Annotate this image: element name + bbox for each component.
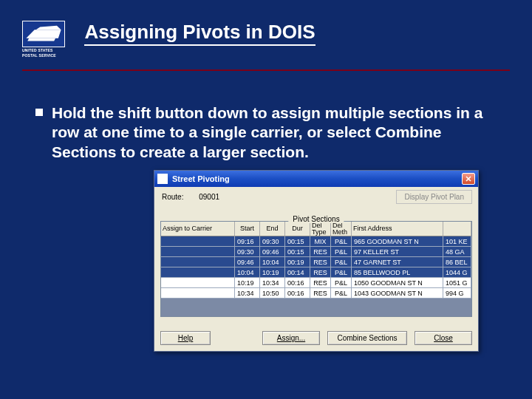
- cell-first-address: 47 GARNET ST: [352, 257, 443, 267]
- display-pivot-plan-button[interactable]: Display Pivot Plan: [396, 190, 472, 204]
- table-row[interactable]: 10:3410:5000:16RESP&L1043 GOODMAN ST N99…: [161, 288, 471, 299]
- cell-start: 09:30: [235, 247, 260, 257]
- cell-meth: P&L: [331, 278, 352, 288]
- cell-type: MIX: [310, 236, 331, 247]
- window-body: Route: 09001 Display Pivot Plan Pivot Se…: [154, 187, 478, 351]
- table-row[interactable]: 10:0410:1900:14RESP&L85 BELLWOOD PL1044 …: [161, 267, 471, 278]
- cell-type: RES: [310, 278, 331, 288]
- cell-start: 09:46: [235, 257, 260, 267]
- cell-end: 10:50: [260, 288, 285, 299]
- cell-meth: P&L: [331, 267, 352, 278]
- table-row[interactable]: 09:4610:0400:19RESP&L47 GARNET ST86 BEL: [161, 257, 471, 267]
- grid-header: Assign to Carrier Start End Dur Del Type…: [161, 222, 471, 236]
- cell-dur: 00:14: [285, 267, 310, 278]
- window-title: Street Pivoting: [172, 174, 462, 183]
- close-button-bottom[interactable]: Close: [415, 331, 472, 345]
- col-start[interactable]: Start: [235, 222, 260, 236]
- cell-type: RES: [310, 247, 331, 257]
- cell-last: 86 BEL: [443, 257, 471, 267]
- col-last[interactable]: [443, 222, 471, 236]
- cell-first-address: 1050 GOODMAN ST N: [352, 278, 443, 288]
- logo-subtitle-2: POSTAL SERVICE: [22, 54, 68, 58]
- assign-button[interactable]: Assign...: [262, 331, 320, 345]
- col-dur[interactable]: Dur: [285, 222, 310, 236]
- cell-assign: [161, 247, 235, 257]
- cell-meth: P&L: [331, 236, 352, 247]
- svg-marker-0: [26, 30, 61, 38]
- window-icon: [157, 174, 168, 184]
- cell-start: 09:16: [235, 236, 260, 247]
- cell-type: RES: [310, 257, 331, 267]
- cell-dur: 00:16: [285, 278, 310, 288]
- combine-sections-button[interactable]: Combine Sections: [327, 331, 407, 345]
- route-value: 09001: [199, 193, 219, 201]
- titlebar[interactable]: Street Pivoting: [154, 171, 478, 187]
- cell-meth: P&L: [331, 247, 352, 257]
- cell-assign: [161, 236, 235, 247]
- cell-dur: 00:15: [285, 236, 310, 247]
- street-pivoting-window: Street Pivoting Route: 09001 Display Piv…: [154, 170, 479, 352]
- grid-rows: 09:1609:3000:15MIXP&L965 GOODMAN ST N101…: [161, 236, 471, 299]
- table-row[interactable]: 09:3009:4600:15RESP&L97 KELLER ST48 GA: [161, 247, 471, 257]
- help-button[interactable]: Help: [160, 331, 211, 345]
- bullet-icon: [35, 109, 43, 116]
- cell-last: 994 G: [443, 288, 471, 299]
- cell-last: 48 GA: [443, 247, 471, 257]
- close-button[interactable]: [462, 173, 475, 185]
- cell-type: RES: [310, 267, 331, 278]
- cell-first-address: 1043 GOODMAN ST N: [352, 288, 443, 299]
- eagle-icon: [22, 21, 65, 47]
- cell-first-address: 965 GOODMAN ST N: [352, 236, 443, 247]
- page-title: Assigning Pivots in DOIS: [84, 21, 315, 46]
- cell-dur: 00:15: [285, 247, 310, 257]
- cell-assign: [161, 257, 235, 267]
- cell-start: 10:04: [235, 267, 260, 278]
- cell-first-address: 85 BELLWOOD PL: [352, 267, 443, 278]
- table-row[interactable]: 10:1910:3400:16RESP&L1050 GOODMAN ST N10…: [161, 278, 471, 288]
- cell-end: 10:34: [260, 278, 285, 288]
- col-assign[interactable]: Assign to Carrier: [161, 222, 235, 236]
- cell-last: 101 KE: [443, 236, 471, 247]
- divider: [22, 69, 510, 71]
- route-row: Route: 09001: [162, 193, 219, 201]
- cell-meth: P&L: [331, 288, 352, 299]
- bullet-list: Hold the shift button down to assign mul…: [35, 103, 497, 162]
- cell-type: RES: [310, 288, 331, 299]
- bullet-item: Hold the shift button down to assign mul…: [35, 103, 497, 162]
- cell-first-address: 97 KELLER ST: [352, 247, 443, 257]
- cell-assign: [161, 267, 235, 278]
- cell-meth: P&L: [331, 257, 352, 267]
- cell-end: 09:30: [260, 236, 285, 247]
- col-end[interactable]: End: [260, 222, 285, 236]
- pivot-sections-label: Pivot Sections: [288, 215, 344, 223]
- cell-end: 09:46: [260, 247, 285, 257]
- bullet-text: Hold the shift button down to assign mul…: [52, 103, 497, 162]
- col-deltype[interactable]: Del Type: [310, 222, 331, 236]
- svg-marker-1: [27, 38, 55, 41]
- cell-assign: [161, 288, 235, 299]
- cell-start: 10:34: [235, 288, 260, 299]
- close-icon: [466, 176, 471, 182]
- cell-end: 10:04: [260, 257, 285, 267]
- route-label: Route:: [162, 193, 183, 201]
- table-row[interactable]: 09:1609:3000:15MIXP&L965 GOODMAN ST N101…: [161, 236, 471, 247]
- logo-subtitle-1: UNITED STATES: [22, 49, 68, 52]
- button-row: Help Assign... Combine Sections Close: [160, 331, 472, 345]
- cell-last: 1051 G: [443, 278, 471, 288]
- col-first[interactable]: First Address: [352, 222, 443, 236]
- cell-last: 1044 G: [443, 267, 471, 278]
- cell-dur: 00:16: [285, 288, 310, 299]
- cell-end: 10:19: [260, 267, 285, 278]
- usps-logo: UNITED STATES POSTAL SERVICE: [22, 21, 68, 58]
- col-delmeth[interactable]: Del Meth: [331, 222, 352, 236]
- cell-assign: [161, 278, 235, 288]
- svg-marker-2: [36, 26, 61, 30]
- cell-dur: 00:19: [285, 257, 310, 267]
- header: UNITED STATES POSTAL SERVICE Assigning P…: [22, 21, 510, 58]
- pivot-grid[interactable]: Assign to Carrier Start End Dur Del Type…: [160, 221, 472, 317]
- cell-start: 10:19: [235, 278, 260, 288]
